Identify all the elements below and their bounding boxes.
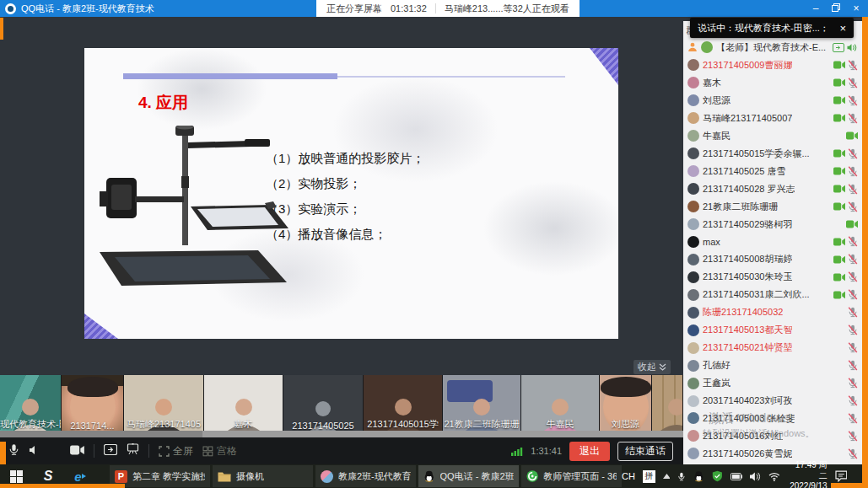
video-thumbnail[interactable]: 刘思源 [600,375,652,431]
action-center-icon[interactable] [835,470,848,482]
viewers-label: 马瑞峰213......等32人正在观看 [445,3,569,15]
camera-button[interactable] [70,443,84,459]
taskbar-button[interactable]: QQ电话 - 教康2班... [418,465,519,487]
participant-row[interactable]: 213171405028 罗兴志 [687,180,858,198]
participant-status-icons [833,95,858,106]
collapse-label: 收起 [638,361,656,373]
video-thumbnail-label: 213171405015学 [364,418,442,431]
video-thumbnail[interactable]: 213171405015学 [364,375,443,431]
collapse-button[interactable]: 收起 [633,360,671,374]
participant-row[interactable]: 213171405029骆柯羽 [687,216,858,233]
participant-row[interactable]: 213171405025 唐雪 [687,163,858,180]
participant-row[interactable]: max [687,233,858,250]
double-chevron-down-icon [659,363,666,372]
hidden-icons-chevron[interactable] [663,474,671,479]
language-indicator[interactable]: CH [622,471,635,481]
participant-row[interactable]: 213171405013都天智 [687,321,858,339]
taskbar-button[interactable]: 教师管理页面 - 36... [521,465,622,487]
participant-row[interactable]: 213171405008胡瑞婷 [687,250,858,268]
participant-row[interactable]: 陈珊213171405032 [687,303,858,321]
participant-row[interactable]: 孔德好 [687,357,858,374]
participant-avatar [687,130,699,142]
participant-avatar [701,41,713,53]
participant-status-icons [833,271,858,282]
whiteboard-button[interactable] [127,443,139,459]
share-screen-button[interactable] [104,443,117,459]
participant-status-icons [848,378,858,389]
participant-row[interactable]: 【老师】现代教育技术-E... [687,39,858,56]
ime-indicator[interactable]: 拼 [643,470,655,483]
participant-name: 嘉木 [703,77,721,89]
divider [435,3,436,13]
exit-button[interactable]: 退出 [569,442,610,461]
participant-row[interactable]: 213171405031康二刘欣... [687,286,858,303]
mic-muted-icon [848,289,858,300]
participant-row[interactable]: 213171405030朱玲玉 [687,268,858,286]
clock-date: 2022/9/13 [788,481,828,488]
slide-corner-decoration-top-right [590,48,618,85]
participant-status-icons [833,184,858,195]
participant-row[interactable]: 王鑫岚 [687,374,858,392]
video-thumbnail[interactable]: 213171405025 [283,375,364,431]
speaker-icon[interactable] [750,472,761,481]
taskbar-button[interactable]: 教康2班-现代教育... [315,465,416,487]
scrollbar-thumb[interactable] [0,431,202,437]
participant-row[interactable]: 刘思源 [687,92,858,110]
participant-row[interactable]: 213171405016刘红 [687,427,858,445]
taskbar-button[interactable]: 摄像机 [213,465,313,487]
mic-button[interactable] [8,443,19,459]
video-thumbnail[interactable]: 2131714... [62,375,124,431]
video-thumbnail[interactable]: 牛嘉民 [521,375,600,431]
grid-icon [202,446,213,457]
taskbar: S e P第二章 教学实施技...摄像机教康2班-现代教育...QQ电话 - 教… [0,464,868,488]
participant-avatar [687,307,699,319]
participant-row[interactable]: 203171404023刘珂孜 [687,392,858,410]
mic-muted-icon [848,324,858,335]
participant-row[interactable]: 213171405003 张栓斐 [687,410,858,427]
participant-status-icons [848,413,858,424]
participant-status-icons [848,448,858,459]
video-thumbnail[interactable]: 现代教育技术-田密 [0,375,62,431]
participant-row[interactable]: 213171405015学委余辗... [687,145,858,163]
participant-row[interactable]: 21教康二班陈珊珊 [687,198,858,216]
participant-name: 陈珊213171405032 [703,306,783,319]
video-thumbnail[interactable]: 21教康二班陈珊珊 [443,375,521,431]
horizontal-scrollbar[interactable] [0,431,683,437]
close-button[interactable]: × [846,0,866,17]
volume-button[interactable] [29,443,40,459]
call-control-bar: 全屏 宫格 1:31:41 退出 结束通话 [0,437,683,464]
video-thumbnail[interactable]: 马瑞峰213171405 [124,375,204,431]
battery-icon[interactable] [731,473,743,480]
participant-avatar [687,183,699,195]
camera-on-icon [833,61,845,69]
participant-row[interactable]: 牛嘉民 [687,127,858,145]
person-silhouette [652,395,683,431]
participant-name: 马瑞峰213171405007 [703,112,792,125]
grid-view-button[interactable]: 宫格 [202,444,237,459]
end-call-button[interactable]: 结束通话 [617,442,673,461]
restore-button[interactable] [826,0,846,17]
participant-row[interactable]: 213171405009曹丽娜 [687,56,858,74]
fullscreen-button[interactable]: 全屏 [159,444,193,459]
participant-name: 213171405015学委余辗... [703,147,810,160]
tooltip-close-icon[interactable]: × [839,22,846,35]
video-thumbnail-label: 刘思源 [600,418,651,431]
participant-name: 213171405008胡瑞婷 [703,253,792,265]
wifi-icon[interactable] [768,472,780,481]
taskbar-clock[interactable]: 17:49 周二 2022/9/13 [788,460,828,488]
participant-name: 213171405029骆柯羽 [703,218,792,231]
participant-avatar [687,59,699,71]
video-thumbnail[interactable]: 嘉木 [204,375,283,431]
participant-name: 21教康二班陈珊珊 [703,201,778,213]
tray-qq-icon[interactable] [693,470,704,482]
participant-name: 王鑫岚 [703,377,731,389]
tray-360-shield-icon[interactable] [712,470,723,482]
group-avatar-icon [321,470,333,483]
participant-row[interactable]: 嘉木 [687,74,858,92]
video-thumbnail[interactable] [652,375,683,431]
minimize-button[interactable]: – [806,0,826,17]
participant-row[interactable]: 马瑞峰213171405007 [687,110,858,127]
taskbar-button-label: 教师管理页面 - 36... [543,470,617,483]
participant-row[interactable]: 213171405021钟贤堃 [687,339,858,357]
tray-mic-icon[interactable] [677,471,686,482]
